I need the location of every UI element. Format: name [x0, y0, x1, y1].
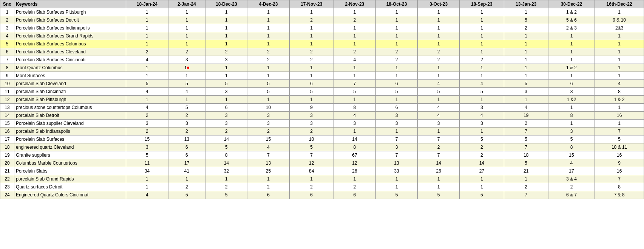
cell-keyword: Porcelain Slab supplier Cleveland: [14, 120, 126, 128]
cell-value: 1: [375, 96, 417, 104]
header-sno: Sno: [0, 0, 14, 8]
cell-keyword: Granite suppliers: [14, 151, 126, 159]
cell-value: 1: [334, 32, 375, 40]
cell-keyword: Porcelain Slab Surfaces Indianapolis: [14, 24, 126, 32]
cell-value: 6: [334, 191, 375, 199]
cell-keyword: Porcelain Slab Surfaces: [14, 135, 126, 143]
cell-value: 1: [375, 64, 417, 72]
cell-value: 1: [126, 40, 168, 48]
cell-value: 2: [126, 128, 168, 135]
cell-value: 1: [168, 24, 205, 32]
cell-keyword: Porcelain Slab Surfaces Pittsburgh: [14, 8, 126, 16]
cell-value: 1: [375, 40, 417, 48]
cell-sno: 15: [0, 120, 14, 128]
cell-value: 32: [205, 167, 247, 175]
table-row: 23Quartz surfaces Detroit122222111228: [0, 183, 644, 191]
cell-value: 3: [247, 112, 289, 120]
cell-value: 4: [126, 104, 168, 112]
cell-value: 1: [418, 175, 460, 183]
cell-value: 2: [504, 183, 548, 191]
cell-value: 7 & 8: [595, 191, 644, 199]
cell-value: 3: [126, 120, 168, 128]
cell-value: 1: [418, 183, 460, 191]
table-row: 18engineered quartz Cleveland36545832278…: [0, 143, 644, 151]
cell-value: 16: [595, 151, 644, 159]
cell-value: 4: [460, 112, 504, 120]
cell-sno: 19: [0, 151, 14, 159]
cell-value: 1 & 2: [595, 96, 644, 104]
table-row: 22porcelain Slab Grand Rapids11111111113…: [0, 175, 644, 183]
cell-value: 10: [289, 135, 334, 143]
cell-keyword: porcelain Slab Indianapolis: [14, 128, 126, 135]
cell-value: 6 & 7: [548, 191, 595, 199]
table-row: 2Porcelain Slab Surfaces Detroit11112211…: [0, 16, 644, 24]
table-row: 3Porcelain Slab Surfaces Indianapolis111…: [0, 24, 644, 32]
cell-value: 5: [418, 191, 460, 199]
cell-value: 1: [504, 8, 548, 16]
cell-value: 3: [126, 143, 168, 151]
cell-sno: 14: [0, 112, 14, 120]
cell-value: 1: [460, 72, 504, 80]
cell-value: 1: [289, 64, 334, 72]
cell-value: 7: [595, 128, 644, 135]
cell-value: 2: [334, 48, 375, 56]
cell-sno: 16: [0, 128, 14, 135]
cell-value: 3: [205, 120, 247, 128]
cell-value: 1: [548, 120, 595, 128]
table-row: 15Porcelain Slab supplier Cleveland33333…: [0, 120, 644, 128]
cell-value: 84: [289, 167, 334, 175]
cell-value: 1: [205, 40, 247, 48]
cell-value: 1: [126, 32, 168, 40]
cell-value: 1: [595, 104, 644, 112]
cell-value: 2: [375, 56, 417, 64]
cell-value: 4: [126, 191, 168, 199]
cell-keyword: Porcelain Slab Surfaces Detroit: [14, 16, 126, 24]
cell-value: 5: [418, 88, 460, 96]
cell-value: 2: [375, 48, 417, 56]
table-row: 17Porcelain Slab Surfaces151314151014775…: [0, 135, 644, 143]
cell-sno: 10: [0, 80, 14, 88]
cell-value: 1: [126, 96, 168, 104]
cell-value: 1: [595, 40, 644, 48]
cell-value: 2: [205, 183, 247, 191]
cell-value: 2: [548, 183, 595, 191]
cell-keyword: porcelain Slab Grand Rapids: [14, 175, 126, 183]
cell-value: 1: [548, 40, 595, 48]
cell-value: 1: [168, 40, 205, 48]
cell-value: 4: [247, 143, 289, 151]
cell-value: 7: [504, 128, 548, 135]
cell-value: 1: [205, 64, 247, 72]
cell-value: 1: [460, 64, 504, 72]
header-date1: 18-Jan-24: [126, 0, 168, 8]
cell-value: 2: [205, 128, 247, 135]
cell-keyword: engineered quartz Cleveland: [14, 143, 126, 151]
cell-value: 5: [504, 135, 548, 143]
cell-value: 1: [418, 128, 460, 135]
cell-value: 1: [289, 40, 334, 48]
cell-value: 1: [168, 8, 205, 16]
table-row: 9Mont Surfaces111111111111: [0, 72, 644, 80]
cell-value: 2: [418, 143, 460, 151]
cell-value: 1: [595, 120, 644, 128]
cell-value: 3: [460, 104, 504, 112]
cell-value: 1: [418, 16, 460, 24]
cell-value: 15: [247, 135, 289, 143]
cell-value: 4: [595, 80, 644, 88]
cell-value: 8: [595, 183, 644, 191]
cell-value: 34: [126, 167, 168, 175]
cell-value: 1: [168, 96, 205, 104]
header-date2: 2-Jan-24: [168, 0, 205, 8]
cell-sno: 1: [0, 8, 14, 16]
cell-value: 1: [460, 8, 504, 16]
cell-value: 1: [126, 24, 168, 32]
cell-value: 2: [168, 112, 205, 120]
table-row: 8Mont Quartz Columbus11111111111 & 21: [0, 64, 644, 72]
cell-value: 2: [168, 128, 205, 135]
cell-value: 1: [375, 175, 417, 183]
cell-value: 1: [126, 183, 168, 191]
cell-value: 1: [595, 48, 644, 56]
cell-value: 7: [504, 143, 548, 151]
cell-keyword: Quartz surfaces Detroit: [14, 183, 126, 191]
cell-keyword: Porcelain Slab Surfaces Grand Rapids: [14, 32, 126, 40]
cell-value: 1: [126, 8, 168, 16]
